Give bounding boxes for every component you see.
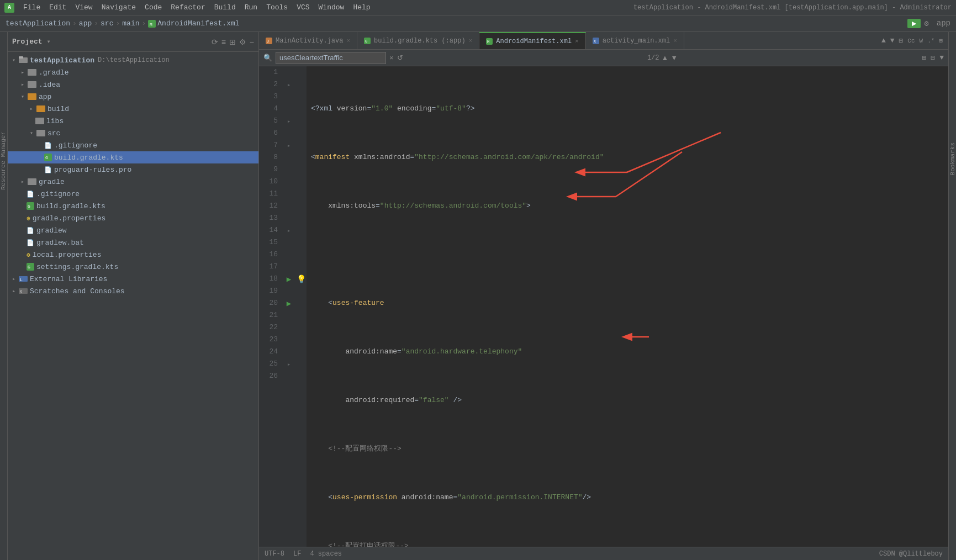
tree-item-local-properties[interactable]: ⚙ local.properties	[8, 249, 258, 261]
gutter-16	[282, 249, 295, 261]
tree-item-src[interactable]: src	[8, 127, 258, 139]
menu-build[interactable]: Build	[214, 3, 236, 12]
tree-item-external-libs[interactable]: L External Libraries	[8, 273, 258, 285]
ln-1: 1	[259, 66, 278, 78]
file-tree: testApplication D:\testApplication .grad…	[8, 52, 258, 560]
toolbar-filter-icon[interactable]: ⊞	[939, 37, 943, 44]
sync-icon[interactable]: ⟳	[212, 38, 218, 46]
breadcrumb: testApplication › app › src › main › M A…	[0, 15, 956, 32]
tree-item-idea[interactable]: .idea	[8, 78, 258, 91]
menu-view[interactable]: View	[75, 3, 92, 12]
fold-14-icon[interactable]: ▸	[287, 227, 291, 234]
menu-file[interactable]: File	[23, 3, 40, 12]
tab-close-build-gradle[interactable]: ×	[469, 38, 473, 44]
search-clear-button[interactable]: ×	[389, 54, 394, 62]
tree-item-scratches[interactable]: S Scratches and Consoles	[8, 285, 258, 297]
breadcrumb-item-3[interactable]: main	[122, 19, 139, 28]
tab-close-android-manifest[interactable]: ×	[575, 38, 579, 45]
tree-item-proguard[interactable]: 📄 proguard-rules.pro	[8, 163, 258, 176]
fold-2-icon[interactable]: ▸	[287, 81, 291, 88]
breadcrumb-item-2[interactable]: src	[101, 19, 113, 28]
tree-item-gradlew[interactable]: 📄 gradlew	[8, 224, 258, 236]
tree-label-external-libs: External Libraries	[30, 275, 107, 283]
tree-item-build-gradle-app[interactable]: G build.gradle.kts	[8, 151, 258, 163]
tree-label-build: build	[47, 105, 69, 113]
breadcrumb-item-4[interactable]: AndroidManifest.xml	[157, 19, 239, 28]
tree-item-app[interactable]: app	[8, 91, 258, 103]
fold-7-icon[interactable]: ▸	[287, 142, 291, 149]
indent-icon[interactable]: ⊞	[922, 54, 927, 62]
ln-12: 12	[259, 200, 278, 212]
search-input[interactable]	[276, 52, 386, 64]
menu-help[interactable]: Help	[353, 3, 370, 12]
toolbar-split-icon[interactable]: ⊟	[899, 36, 904, 45]
tree-item-build-gradle-root[interactable]: G build.gradle.kts	[8, 200, 258, 212]
tree-item-gradle-properties[interactable]: ⚙ gradle.properties	[8, 212, 258, 224]
proguard-icon: 📄	[44, 166, 52, 173]
tab-main-activity[interactable]: J MainActivity.java ×	[259, 32, 357, 49]
resource-manager-tab[interactable]: Resource Manager	[0, 131, 8, 192]
settings-gear-icon[interactable]: ⚙	[239, 38, 246, 46]
menu-run[interactable]: Run	[245, 3, 257, 12]
menu-edit[interactable]: Edit	[49, 3, 66, 12]
gutter-20: ▶	[282, 297, 295, 309]
tree-label-gradle: gradle	[39, 178, 65, 186]
code-content[interactable]: <?xml version="1.0" encoding="utf-8"?> <…	[307, 66, 948, 547]
panel-dropdown-icon[interactable]: ▾	[47, 38, 51, 46]
tree-root-label: testApplication	[30, 56, 94, 65]
toolbar-up-icon[interactable]: ▲	[881, 36, 886, 45]
tree-item-gradle[interactable]: gradle	[8, 176, 258, 188]
arrow-gradle-hidden	[19, 68, 27, 76]
tree-item-gradle-hidden[interactable]: .gradle	[8, 66, 258, 78]
search-next-button[interactable]: ▼	[670, 54, 678, 62]
close-panel-icon[interactable]: −	[250, 38, 254, 46]
toolbar-format-icon[interactable]: Cc	[907, 38, 915, 44]
tree-label-gradle-hidden: .gradle	[39, 68, 69, 77]
gradlew-bat-icon: 📄	[27, 239, 34, 246]
menu-navigate[interactable]: Navigate	[102, 3, 136, 12]
code-line-7: android:required="false" />	[311, 394, 944, 406]
breadcrumb-item-1[interactable]: app	[79, 19, 92, 28]
tab-build-gradle[interactable]: G build.gradle.kts (:app) ×	[357, 32, 479, 49]
dedent-icon[interactable]: ⊟	[931, 54, 935, 62]
menu-window[interactable]: Window	[319, 3, 345, 12]
status-text-spaces: 4 spaces	[310, 550, 342, 558]
menu-tools[interactable]: Tools	[266, 3, 288, 12]
menu-vcs[interactable]: VCS	[297, 3, 309, 12]
tab-close-activity-main[interactable]: ×	[673, 38, 677, 44]
status-bar: UTF-8 LF 4 spaces CSDN @Qlittleboy	[259, 547, 948, 560]
breadcrumb-item-0[interactable]: testApplication	[6, 19, 70, 28]
tab-android-manifest[interactable]: M AndroidManifest.xml ×	[479, 32, 585, 49]
tree-label-build-gradle-app: build.gradle.kts	[54, 154, 123, 162]
tab-close-main-activity[interactable]: ×	[346, 38, 350, 44]
menu-code[interactable]: Code	[145, 3, 162, 12]
tree-item-gitignore-app[interactable]: 📄 .gitignore	[8, 139, 258, 151]
bookmarks-label[interactable]: Bookmarks	[949, 142, 956, 175]
gradle-file-icon-app: G	[44, 154, 52, 161]
tree-item-gitignore-root[interactable]: 📄 .gitignore	[8, 188, 258, 200]
tree-item-libs[interactable]: libs	[8, 115, 258, 127]
tree-root[interactable]: testApplication D:\testApplication	[8, 54, 258, 66]
gutter-10	[282, 176, 295, 188]
tree-item-gradlew-bat[interactable]: 📄 gradlew.bat	[8, 236, 258, 249]
toolbar-down-icon[interactable]: ▼	[890, 36, 895, 45]
tree-item-build[interactable]: build	[8, 103, 258, 115]
warn-gutter: 💡	[295, 66, 307, 547]
settings-button[interactable]: ⚙	[924, 19, 928, 28]
toolbar-regex-icon[interactable]: .*	[927, 38, 934, 44]
gutter-5: ▸	[282, 115, 295, 127]
toolbar-word-icon[interactable]: W	[920, 38, 923, 44]
tab-activity-main[interactable]: X activity_main.xml ×	[586, 32, 684, 49]
run-button[interactable]: ▶	[907, 19, 921, 28]
layout-icon[interactable]: ⊞	[229, 38, 236, 46]
fold-25-icon[interactable]: ▸	[287, 361, 291, 368]
tree-item-settings-gradle[interactable]: G settings.gradle.kts	[8, 261, 258, 273]
search-prev-button[interactable]: ▲	[661, 54, 668, 62]
menu-refactor[interactable]: Refactor	[171, 3, 205, 12]
code-editor[interactable]: 1 2 3 4 5 6 7 8 9 10 11 12 13 14 15 16 1…	[259, 66, 948, 547]
fold-5-icon[interactable]: ▸	[287, 118, 291, 125]
search-reload-button[interactable]: ↺	[397, 54, 403, 62]
app-label[interactable]: app	[937, 19, 950, 28]
filter-icon[interactable]: ▼	[939, 54, 944, 62]
collapse-all-icon[interactable]: ≡	[221, 38, 226, 46]
